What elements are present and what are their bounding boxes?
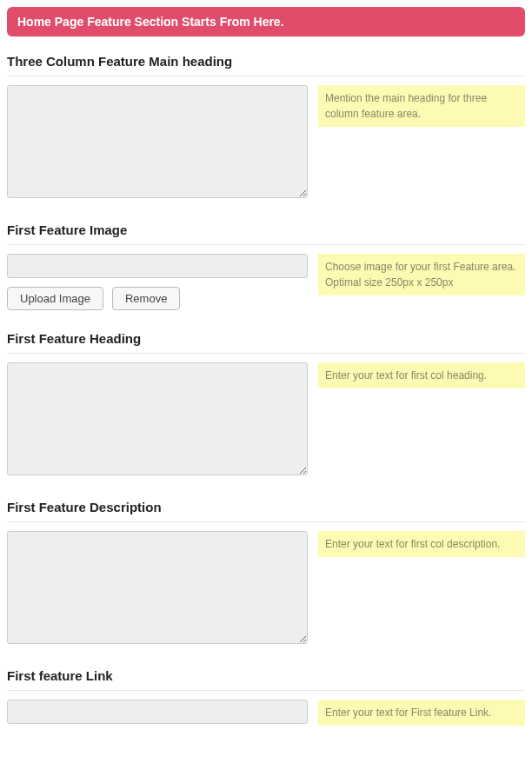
first-heading-textarea[interactable] [7, 362, 308, 475]
hint-main-heading: Mention the main heading for three colum… [318, 85, 525, 127]
field-first-heading: First Feature Heading Enter your text fo… [7, 331, 525, 479]
upload-image-button[interactable]: Upload Image [7, 287, 103, 310]
hint-first-heading: Enter your text for first col heading. [318, 362, 525, 388]
hint-first-image: Choose image for your first Feature area… [318, 254, 525, 295]
hint-first-description: Enter your text for first col descriptio… [318, 531, 525, 557]
main-heading-textarea[interactable] [7, 85, 308, 198]
field-main-heading: Three Column Feature Main heading Mentio… [7, 54, 525, 202]
field-first-link: First feature Link Enter your text for F… [7, 668, 525, 726]
field-label-main-heading: Three Column Feature Main heading [7, 54, 525, 76]
first-image-input[interactable] [7, 254, 308, 278]
section-banner: Home Page Feature Section Starts From He… [7, 7, 525, 36]
first-link-input[interactable] [7, 700, 308, 724]
remove-image-button[interactable]: Remove [112, 287, 180, 310]
field-label-first-heading: First Feature Heading [7, 331, 525, 354]
field-label-first-link: First feature Link [7, 668, 525, 691]
field-label-first-image: First Feature Image [7, 222, 525, 245]
hint-first-link: Enter your text for First feature Link. [318, 700, 525, 726]
first-description-textarea[interactable] [7, 531, 308, 644]
field-first-image: First Feature Image Upload Image Remove … [7, 222, 525, 310]
field-first-description: First Feature Description Enter your tex… [7, 500, 525, 647]
field-label-first-description: First Feature Description [7, 500, 525, 522]
